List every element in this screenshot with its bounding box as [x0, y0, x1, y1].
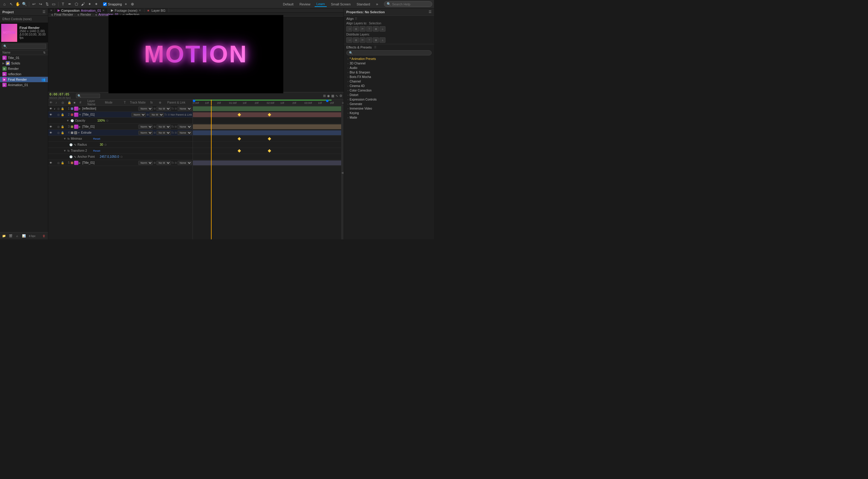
- project-item-reflection[interactable]: ▶ reflection: [0, 71, 48, 77]
- project-search-input[interactable]: [2, 44, 46, 49]
- viewer-tab-composition[interactable]: ▶ Composition Animation_01 ✕: [55, 8, 108, 12]
- keyframe-mini-1[interactable]: [238, 137, 241, 140]
- timeline-search-input[interactable]: [76, 94, 100, 98]
- layer-2-solo-btn[interactable]: ◎: [57, 113, 60, 116]
- tl-bar-4[interactable]: [193, 130, 344, 135]
- layer-4-lock-btn[interactable]: 🔓: [61, 131, 64, 135]
- ep-item-3d-channel[interactable]: › 3D Channel: [346, 61, 432, 66]
- new-folder-icon[interactable]: 📁: [1, 233, 7, 239]
- text-tool-icon[interactable]: T: [60, 1, 66, 7]
- layer-2-vis-btn[interactable]: 👁: [49, 113, 53, 116]
- keyframe-t2-2[interactable]: [268, 149, 271, 152]
- layer-1-track[interactable]: No M: [156, 107, 171, 111]
- align-vcenter-btn[interactable]: ⊞: [373, 26, 379, 32]
- layer-2-expand[interactable]: ▼: [79, 113, 82, 116]
- layer-3-vis-btn[interactable]: 👁: [49, 125, 53, 129]
- keyframe-t2-1[interactable]: [238, 149, 241, 152]
- dist-top-btn[interactable]: ⊤: [366, 37, 372, 43]
- ep-menu-icon[interactable]: ☰: [374, 46, 376, 49]
- align-hcenter-btn[interactable]: ⊟: [353, 26, 359, 32]
- layer-3-solo-btn[interactable]: ◎: [57, 125, 60, 129]
- settings-icon[interactable]: ⚙: [339, 94, 342, 98]
- minimax-reset[interactable]: Reset: [93, 137, 100, 140]
- layer-2-audio-btn[interactable]: [53, 113, 56, 116]
- properties-menu-icon[interactable]: ☰: [429, 10, 432, 14]
- dist-right-btn[interactable]: ⊢: [360, 37, 366, 43]
- move-tool-icon[interactable]: ⇅: [44, 1, 50, 7]
- align-bottom-btn[interactable]: ⊥: [379, 26, 385, 32]
- layer-4-audio-btn[interactable]: [53, 131, 56, 135]
- layer-5-solo-btn[interactable]: ◎: [57, 161, 60, 165]
- layer-4-vis-btn[interactable]: 👁: [49, 131, 53, 135]
- project-item-render[interactable]: ▶ Render: [0, 66, 48, 71]
- layer-4-solo-btn[interactable]: ◎: [57, 131, 60, 135]
- layer-3-expand[interactable]: ▶: [79, 125, 82, 128]
- ep-item-color-correction[interactable]: › Color Correction: [346, 88, 432, 93]
- transform2-reset[interactable]: Reset: [93, 149, 100, 152]
- workspace-review[interactable]: Review: [298, 2, 312, 7]
- search-input[interactable]: [392, 2, 431, 6]
- layer-5-lock-btn[interactable]: 🔓: [61, 161, 64, 165]
- layer-5-audio-btn[interactable]: [53, 161, 56, 165]
- align-left-btn[interactable]: ⊣: [346, 26, 352, 32]
- render-icon[interactable]: ▦: [331, 94, 334, 98]
- ep-item-audio[interactable]: › Audio: [346, 66, 432, 70]
- layer-1-audio-btn[interactable]: ♪: [53, 107, 56, 110]
- tl-bar-1[interactable]: [193, 106, 344, 111]
- puppet-tool-icon[interactable]: ✶: [93, 1, 99, 7]
- ep-item-animation-presets[interactable]: › * Animation Presets: [346, 57, 432, 61]
- search-bar[interactable]: 🔍: [384, 1, 432, 7]
- col-sort-icon[interactable]: ⇅: [43, 51, 45, 54]
- layer-5-parent[interactable]: None: [178, 161, 192, 165]
- footage-tab-close[interactable]: ✕: [138, 9, 141, 12]
- ep-item-generate[interactable]: › Generate: [346, 102, 432, 106]
- layer-5-vis-btn[interactable]: 👁: [49, 161, 53, 165]
- comp-mini-icon[interactable]: ⊞: [323, 94, 326, 98]
- layer-3-audio-btn[interactable]: [53, 125, 56, 129]
- find-icon[interactable]: ⌕: [14, 233, 20, 239]
- layer-1-parent[interactable]: None: [178, 107, 192, 111]
- project-item-finalrender[interactable]: ▶ Final Render 👥: [0, 77, 48, 82]
- layer-3-parent[interactable]: None: [178, 125, 192, 129]
- hand-tool-icon[interactable]: ✋: [15, 1, 21, 7]
- mask-tool-icon[interactable]: ▭: [51, 1, 56, 7]
- ep-item-blur-sharpen[interactable]: › Blur & Sharpen: [346, 70, 432, 75]
- snap-icon-1[interactable]: ⌖: [123, 1, 129, 7]
- breadcrumb-back[interactable]: ◀: [51, 13, 53, 16]
- home-icon[interactable]: ⌂: [2, 1, 7, 7]
- layer-3-lock-btn[interactable]: 🔓: [61, 125, 64, 129]
- layer-1-vis-btn[interactable]: 👁: [49, 107, 53, 110]
- project-item-title01[interactable]: ▶ Title_01: [0, 55, 48, 61]
- breadcrumb-finalrender[interactable]: Final Render: [54, 13, 73, 16]
- align-top-btn[interactable]: ⊤: [366, 26, 372, 32]
- clone-tool-icon[interactable]: ✦: [87, 1, 92, 7]
- redo-icon[interactable]: ↪: [38, 1, 43, 7]
- tl-bar-5[interactable]: [193, 161, 344, 165]
- layer-3-mode[interactable]: Norm: [138, 125, 153, 129]
- workspace-learn[interactable]: Learn: [315, 1, 327, 7]
- breadcrumb-render[interactable]: Render: [81, 13, 91, 16]
- tab-close-btn[interactable]: ✕: [48, 8, 55, 12]
- layer-5-mode[interactable]: Norm: [138, 161, 153, 165]
- breadcrumb-arrow-render[interactable]: ◀: [77, 13, 79, 16]
- interpret-icon[interactable]: 📊: [21, 233, 27, 239]
- workspace-default[interactable]: Default: [281, 2, 296, 7]
- out-point-marker[interactable]: [326, 100, 329, 102]
- more-workspaces-icon[interactable]: »: [374, 1, 380, 7]
- layer-1-expand[interactable]: ▶: [79, 107, 82, 110]
- ep-search-input[interactable]: [352, 51, 429, 55]
- align-right-btn[interactable]: ⊢: [360, 26, 366, 32]
- layer-1-lock-btn[interactable]: 🔓: [61, 107, 64, 110]
- minimax-expand[interactable]: ▼: [63, 137, 66, 140]
- solo-icon[interactable]: ◉: [327, 94, 330, 98]
- ep-item-distort[interactable]: › Distort: [346, 93, 432, 97]
- viewer-tab-footage[interactable]: ▶ Footage (none) ✕: [108, 8, 144, 12]
- keyframe-mini-2[interactable]: [268, 137, 271, 140]
- layer-2-lock-btn[interactable]: 🔓: [61, 113, 64, 116]
- delete-icon[interactable]: 🗑: [41, 233, 47, 239]
- undo-icon[interactable]: ↩: [31, 1, 36, 7]
- layer-1-mode[interactable]: Norm: [138, 107, 153, 111]
- workspace-smallscreen[interactable]: Small Screen: [329, 2, 352, 7]
- layer-2-mode[interactable]: Norm: [131, 113, 146, 117]
- snapping-checkbox[interactable]: [103, 2, 107, 6]
